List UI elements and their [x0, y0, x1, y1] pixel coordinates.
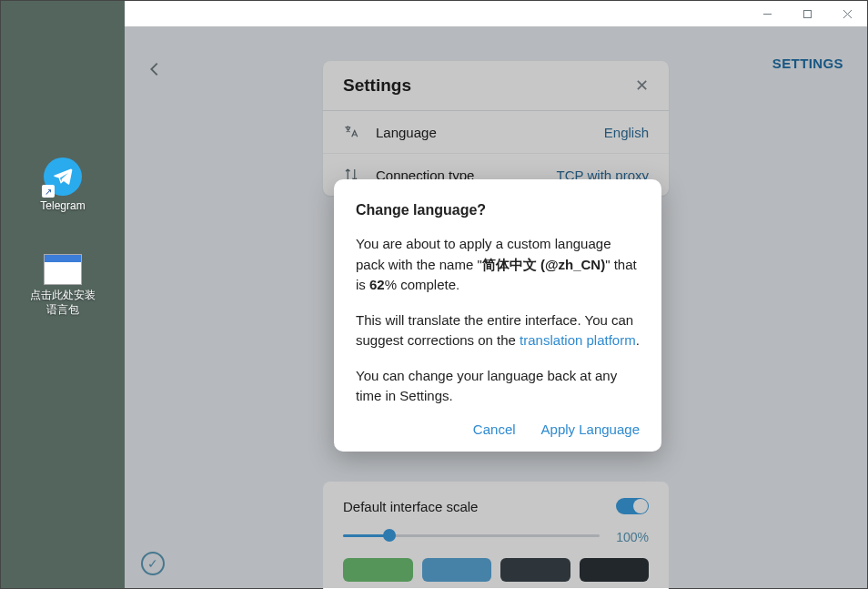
close-icon[interactable]: ✕	[635, 76, 649, 96]
theme-chip[interactable]	[580, 558, 650, 582]
theme-chip[interactable]	[343, 558, 413, 582]
panel-title: Settings	[343, 76, 411, 96]
window-titlebar	[125, 1, 867, 26]
scale-title: Default interface scale	[343, 499, 478, 514]
desktop-shortcut-langpack[interactable]: 点击此处安装 语言包	[1, 254, 125, 317]
dialog-body-2: This will translate the entire interface…	[356, 310, 640, 351]
desktop-shortcut-telegram[interactable]: ↗ Telegram	[1, 157, 125, 214]
settings-header-link[interactable]: SETTINGS	[772, 56, 843, 71]
settings-panel: Settings ✕ Language English Connection t…	[323, 61, 669, 196]
telegram-window: SETTINGS ✓ Settings ✕ Language English	[125, 1, 867, 588]
file-icon	[44, 254, 82, 285]
verified-shield-icon: ✓	[141, 552, 165, 575]
apply-language-button[interactable]: Apply Language	[541, 421, 640, 437]
theme-previews	[343, 558, 649, 582]
dialog-body-1: You are about to apply a custom language…	[356, 234, 640, 296]
settings-row-language[interactable]: Language English	[323, 111, 669, 153]
theme-chip[interactable]	[422, 558, 492, 582]
change-language-dialog: Change language? You are about to apply …	[334, 179, 661, 452]
telegram-icon: ↗	[44, 157, 82, 196]
language-icon	[343, 124, 361, 140]
interface-scale-card: Default interface scale 100%	[323, 482, 669, 589]
desktop-shortcut-label: 点击此处安装 语言包	[30, 289, 96, 317]
scale-slider[interactable]	[343, 529, 600, 542]
desktop-shortcut-label: Telegram	[40, 199, 85, 214]
window-close-button[interactable]	[827, 1, 867, 26]
cancel-button[interactable]: Cancel	[473, 421, 516, 437]
theme-chip[interactable]	[500, 558, 570, 582]
desktop-area: ↗ Telegram 点击此处安装 语言包	[1, 1, 125, 588]
dialog-body-3: You can change your language back at any…	[356, 366, 640, 407]
shortcut-arrow-icon: ↗	[42, 185, 55, 198]
settings-row-value: English	[604, 125, 649, 140]
scale-percent: 100%	[612, 530, 649, 544]
dialog-title: Change language?	[356, 199, 640, 221]
scale-toggle[interactable]	[616, 498, 649, 514]
window-minimize-button[interactable]	[747, 1, 787, 26]
back-button[interactable]	[145, 59, 165, 83]
window-maximize-button[interactable]	[787, 1, 827, 26]
settings-row-label: Language	[376, 125, 590, 140]
svg-rect-1	[803, 10, 811, 17]
translation-platform-link[interactable]: translation platform	[520, 332, 636, 348]
